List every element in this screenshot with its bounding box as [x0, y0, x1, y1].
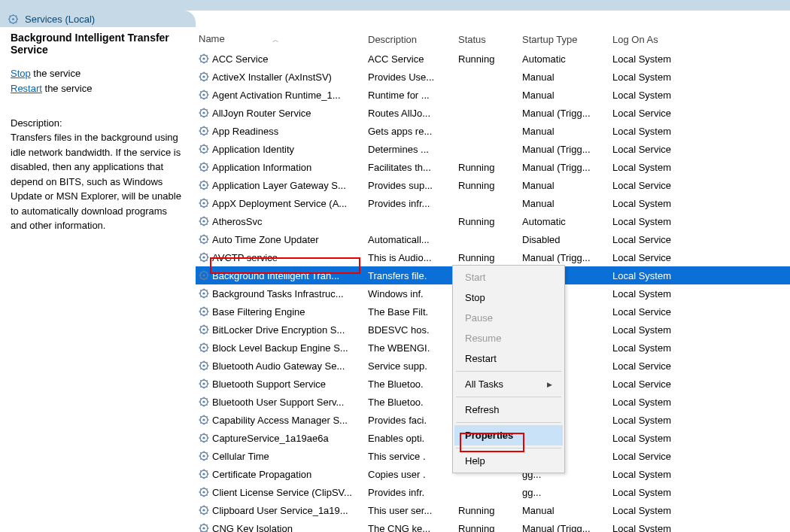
- svg-point-151: [202, 310, 205, 312]
- table-row[interactable]: Client License Service (ClipSV...Provide…: [196, 483, 790, 501]
- table-row[interactable]: Auto Time Zone UpdaterAutomaticall...Dis…: [196, 230, 790, 248]
- table-row[interactable]: AppX Deployment Service (A...Provides in…: [196, 194, 790, 212]
- ctx-separator: [456, 397, 561, 397]
- ctx-restart[interactable]: Restart: [454, 348, 563, 369]
- service-desc-cell: The Bluetoo.: [365, 375, 455, 393]
- svg-line-277: [206, 530, 207, 531]
- gear-icon: [196, 161, 212, 173]
- svg-line-99: [206, 199, 207, 200]
- service-name-cell[interactable]: Certificate Propagation: [196, 465, 365, 483]
- service-logon-cell: Local System: [609, 519, 790, 532]
- svg-point-181: [202, 364, 205, 366]
- svg-line-97: [206, 205, 207, 206]
- column-description[interactable]: Description: [365, 27, 455, 50]
- ctx-stop[interactable]: Stop: [454, 287, 563, 308]
- service-name-cell[interactable]: Bluetooth Audio Gateway Se...: [196, 357, 365, 375]
- column-status[interactable]: Status: [455, 27, 519, 50]
- service-name-cell[interactable]: AVCTP service: [196, 248, 365, 266]
- service-logon-cell: Local Service: [609, 447, 790, 465]
- svg-point-241: [202, 473, 205, 475]
- service-name-cell[interactable]: Capability Access Manager S...: [196, 411, 365, 429]
- svg-line-9: [16, 15, 17, 16]
- service-desc-cell: This is Audio...: [365, 248, 455, 266]
- ctx-help[interactable]: Help: [454, 451, 563, 471]
- table-row[interactable]: ACC ServiceACC ServiceRunningAutomaticLo…: [196, 50, 790, 68]
- svg-point-31: [202, 93, 205, 96]
- service-name-cell[interactable]: Agent Activation Runtime_1...: [196, 86, 365, 104]
- ctx-properties[interactable]: Properties: [454, 425, 563, 445]
- service-desc-cell: Determines ...: [365, 140, 455, 158]
- service-name-cell[interactable]: Application Identity: [196, 140, 365, 158]
- gear-icon: [196, 287, 212, 299]
- stop-service-link[interactable]: Stop: [11, 68, 31, 79]
- service-logon-cell: Local System: [609, 429, 790, 447]
- service-name-cell[interactable]: Background Tasks Infrastruc...: [196, 284, 365, 302]
- column-name[interactable]: Name ︿: [196, 27, 365, 50]
- svg-line-158: [200, 314, 201, 315]
- service-name-cell[interactable]: Background Intelligent Tran...: [196, 266, 365, 284]
- svg-point-21: [202, 75, 205, 78]
- service-name-cell[interactable]: AtherosSvc: [196, 212, 365, 230]
- service-name-cell[interactable]: BitLocker Drive Encryption S...: [196, 321, 365, 339]
- svg-line-209: [206, 398, 207, 399]
- service-name-cell[interactable]: Application Information: [196, 158, 365, 176]
- service-name-cell[interactable]: ActiveX Installer (AxInstSV): [196, 68, 365, 86]
- table-row[interactable]: ActiveX Installer (AxInstSV)Provides Use…: [196, 68, 790, 86]
- table-row[interactable]: AllJoyn Router ServiceRoutes AllJo...Man…: [196, 104, 790, 122]
- service-name-cell[interactable]: Base Filtering Engine: [196, 302, 365, 321]
- column-logon[interactable]: Log On As: [609, 27, 790, 50]
- service-startup-cell: Manual: [519, 122, 609, 140]
- service-name-cell[interactable]: AppX Deployment Service (A...: [196, 194, 365, 212]
- service-startup-cell: Manual: [519, 68, 609, 86]
- service-logon-cell: Local Service: [609, 375, 790, 393]
- context-menu[interactable]: Start Stop Pause Resume Restart All Task…: [452, 265, 565, 473]
- service-name-cell[interactable]: Auto Time Zone Updater: [196, 230, 365, 248]
- service-name-cell[interactable]: App Readiness: [196, 122, 365, 140]
- service-name-cell[interactable]: Bluetooth Support Service: [196, 375, 365, 393]
- service-name-text: App Readiness: [212, 126, 362, 137]
- ctx-refresh[interactable]: Refresh: [454, 400, 563, 420]
- gear-icon: [196, 504, 212, 516]
- service-name-text: AppX Deployment Service (A...: [212, 198, 362, 209]
- service-name-cell[interactable]: Cellular Time: [196, 447, 365, 465]
- service-name-cell[interactable]: AllJoyn Router Service: [196, 104, 365, 122]
- table-row[interactable]: Application InformationFacilitates th...…: [196, 158, 790, 176]
- service-name-cell[interactable]: Client License Service (ClipSV...: [196, 483, 365, 501]
- window-top-bar: [0, 0, 790, 11]
- svg-line-198: [200, 386, 201, 387]
- table-row[interactable]: AVCTP serviceThis is Audio...RunningManu…: [196, 248, 790, 266]
- svg-line-159: [206, 308, 207, 309]
- table-row[interactable]: Clipboard User Service_1a19...This user …: [196, 501, 790, 519]
- column-startup[interactable]: Startup Type: [519, 27, 609, 50]
- service-name-cell[interactable]: Clipboard User Service_1a19...: [196, 501, 365, 519]
- svg-line-108: [200, 223, 201, 224]
- service-name-cell[interactable]: Bluetooth User Support Serv...: [196, 393, 365, 411]
- service-startup-cell: Manual: [519, 501, 609, 519]
- service-name-cell[interactable]: CaptureService_1a19ae6a: [196, 429, 365, 447]
- restart-service-link[interactable]: Restart: [11, 83, 42, 94]
- service-logon-cell: Local System: [609, 86, 790, 104]
- table-row[interactable]: App ReadinessGets apps re...ManualLocal …: [196, 122, 790, 140]
- table-row[interactable]: Application Layer Gateway S...Provides s…: [196, 176, 790, 194]
- service-status-cell: Running: [455, 158, 519, 176]
- svg-line-59: [206, 127, 207, 128]
- service-name-cell[interactable]: ACC Service: [196, 50, 365, 68]
- table-row[interactable]: Application IdentityDetermines ...Manual…: [196, 140, 790, 158]
- svg-line-199: [206, 380, 207, 381]
- service-name-cell[interactable]: Application Layer Gateway S...: [196, 176, 365, 194]
- service-logon-cell: Local System: [609, 321, 790, 339]
- service-name-cell[interactable]: CNG Key Isolation: [196, 519, 365, 532]
- table-row[interactable]: CNG Key IsolationThe CNG ke...RunningMan…: [196, 519, 790, 532]
- ctx-all-tasks[interactable]: All Tasks ▶: [454, 374, 563, 394]
- service-name-text: AVCTP service: [212, 252, 362, 263]
- gear-icon: [196, 396, 212, 408]
- table-row[interactable]: Agent Activation Runtime_1...Runtime for…: [196, 86, 790, 104]
- svg-line-27: [206, 79, 207, 80]
- service-name-cell[interactable]: Block Level Backup Engine S...: [196, 339, 365, 357]
- table-row[interactable]: AtherosSvcRunningAutomaticLocal System: [196, 212, 790, 230]
- svg-line-86: [200, 181, 201, 182]
- table-header-row[interactable]: Name ︿ Description Status Startup Type L…: [196, 27, 790, 50]
- svg-line-128: [200, 260, 201, 260]
- svg-line-179: [206, 344, 207, 345]
- service-desc-cell: Provides infr.: [365, 483, 455, 501]
